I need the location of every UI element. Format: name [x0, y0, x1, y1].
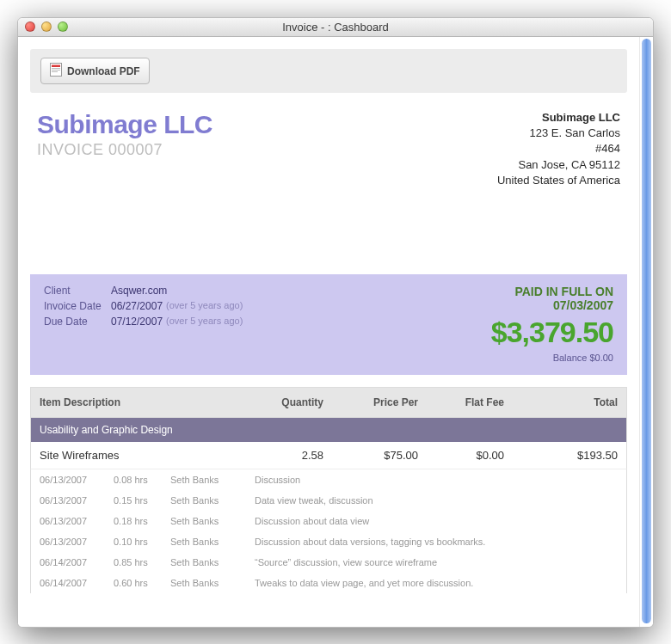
time-note: Discussion about data versions, tagging … [255, 537, 618, 547]
content-wrap: Download PDF Subimage LLC INVOICE 000007… [18, 37, 653, 627]
download-pdf-label: Download PDF [67, 65, 140, 77]
paid-status: PAID IN FULL ON 07/03/2007 [491, 285, 613, 312]
titlebar[interactable]: Invoice - : Cashboard [18, 18, 653, 37]
col-price-header: Price Per [323, 396, 418, 408]
download-pdf-button[interactable]: Download PDF [40, 58, 150, 84]
time-entry: 06/13/20070.18 hrsSeth BanksDiscussion a… [30, 511, 627, 531]
client-label: Client [44, 285, 111, 297]
time-entry: 06/13/20070.10 hrsSeth BanksDiscussion a… [30, 531, 627, 552]
item-qty: 2.58 [237, 449, 323, 462]
due-date-ago: (over 5 years ago) [166, 316, 243, 328]
time-date: 06/13/2007 [40, 516, 114, 526]
time-hours: 0.60 hrs [114, 578, 170, 588]
toolbar: Download PDF [30, 49, 627, 93]
invoice-date-value: 06/27/2007 [111, 300, 163, 312]
time-hours: 0.85 hrs [114, 557, 170, 567]
time-hours: 0.18 hrs [114, 516, 170, 526]
time-person: Seth Banks [170, 516, 255, 526]
pdf-icon [50, 63, 62, 79]
time-date: 06/14/2007 [40, 578, 114, 588]
time-person: Seth Banks [170, 557, 255, 567]
invoice-number: INVOICE 000007 [37, 141, 212, 159]
time-date: 06/13/2007 [40, 475, 114, 485]
invoice-date-ago: (over 5 years ago) [166, 300, 243, 312]
close-window-button[interactable] [25, 21, 35, 32]
time-entry: 06/14/20070.60 hrsSeth BanksTweaks to da… [30, 573, 627, 593]
traffic-lights [25, 21, 68, 32]
time-note: “Source” discussion, view source wirefra… [255, 557, 618, 567]
item-fee: $0.00 [418, 449, 504, 462]
address-line4: United States of America [497, 173, 620, 188]
time-note: Tweaks to data view page, and yet more d… [255, 578, 618, 588]
address-line3: San Jose, CA 95112 [497, 157, 620, 173]
client-value: Asqwer.com [111, 285, 167, 297]
time-note: Discussion about data view [255, 516, 618, 526]
svg-rect-4 [52, 71, 58, 72]
vertical-scrollbar[interactable] [639, 37, 653, 627]
section-header: Usability and Graphic Design [30, 418, 627, 442]
time-hours: 0.10 hrs [114, 537, 170, 547]
app-window: Invoice - : Cashboard Download PDF Subim… [17, 17, 654, 628]
time-entry: 06/13/20070.15 hrsSeth BanksData view tw… [30, 490, 627, 511]
invoice-header: Subimage LLC INVOICE 000007 Subimage LLC… [18, 105, 639, 188]
col-qty-header: Quantity [237, 396, 323, 408]
invoice-date-label: Invoice Date [44, 300, 111, 312]
company-address: Subimage LLC 123 E. San Carlos #464 San … [497, 110, 620, 188]
summary-totals: PAID IN FULL ON 07/03/2007 $3,379.50 Bal… [491, 285, 613, 363]
time-person: Seth Banks [170, 537, 255, 547]
time-hours: 0.15 hrs [114, 495, 170, 506]
item-total: $193.50 [504, 449, 618, 462]
time-person: Seth Banks [170, 475, 255, 485]
paid-status-line2: 07/03/2007 [553, 298, 613, 312]
time-note: Discussion [255, 475, 618, 485]
time-date: 06/13/2007 [40, 537, 114, 547]
item-desc: Site Wireframes [40, 449, 237, 462]
time-entries: 06/13/20070.08 hrsSeth BanksDiscussion06… [30, 469, 627, 593]
time-hours: 0.08 hrs [114, 475, 170, 485]
time-date: 06/13/2007 [40, 495, 114, 506]
address-name: Subimage LLC [497, 110, 620, 126]
time-date: 06/14/2007 [40, 557, 114, 567]
line-item: Site Wireframes 2.58 $75.00 $0.00 $193.5… [30, 442, 627, 469]
svg-rect-1 [52, 65, 60, 68]
balance-label: Balance $0.00 [491, 353, 613, 363]
line-items: Item Description Quantity Price Per Flat… [30, 387, 627, 593]
summary-details: Client Asqwer.com Invoice Date 06/27/200… [44, 285, 243, 363]
content-area: Download PDF Subimage LLC INVOICE 000007… [18, 37, 639, 627]
address-line1: 123 E. San Carlos [497, 126, 620, 141]
item-price: $75.00 [323, 449, 418, 462]
time-entry: 06/14/20070.85 hrsSeth Banks“Source” dis… [30, 552, 627, 573]
window-title: Invoice - : Cashboard [18, 21, 653, 34]
time-entry: 06/13/20070.08 hrsSeth BanksDiscussion [30, 469, 627, 490]
address-line2: #464 [497, 141, 620, 156]
due-date-label: Due Date [44, 316, 111, 328]
time-person: Seth Banks [170, 578, 255, 588]
time-person: Seth Banks [170, 495, 255, 506]
col-desc-header: Item Description [40, 396, 237, 408]
paid-status-line1: PAID IN FULL ON [514, 285, 613, 298]
invoice-amount: $3,379.50 [491, 316, 613, 349]
svg-rect-3 [52, 70, 60, 71]
company-block: Subimage LLC INVOICE 000007 [37, 110, 212, 188]
svg-rect-2 [52, 68, 60, 69]
zoom-window-button[interactable] [58, 21, 68, 32]
time-note: Data view tweak, discussion [255, 495, 618, 506]
items-header-row: Item Description Quantity Price Per Flat… [30, 387, 627, 418]
minimize-window-button[interactable] [41, 21, 52, 32]
col-fee-header: Flat Fee [418, 396, 504, 408]
due-date-value: 07/12/2007 [111, 316, 163, 328]
col-total-header: Total [504, 396, 618, 408]
company-name: Subimage LLC [37, 110, 212, 139]
invoice-summary: Client Asqwer.com Invoice Date 06/27/200… [30, 274, 627, 375]
